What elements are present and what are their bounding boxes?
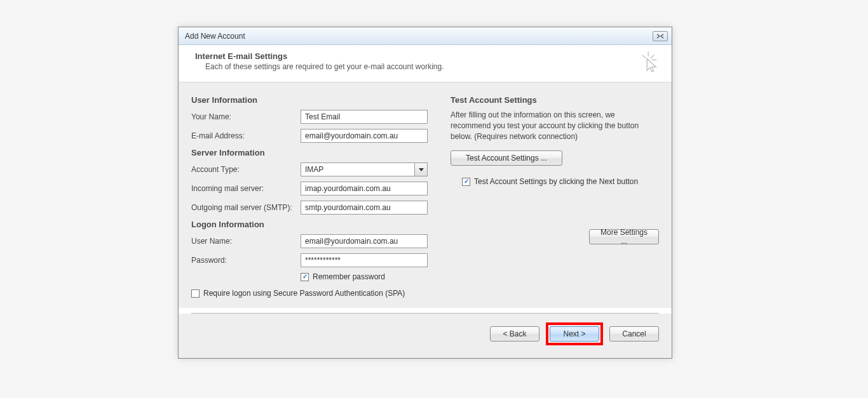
remember-password-checkbox[interactable] — [301, 273, 309, 281]
email-input[interactable] — [301, 129, 428, 143]
left-column: User Information Your Name: E-mail Addre… — [191, 91, 444, 302]
chevron-down-icon — [414, 163, 427, 176]
user-info-heading: User Information — [191, 95, 444, 105]
cancel-button[interactable]: Cancel — [609, 326, 659, 342]
header-title: Internet E-mail Settings — [195, 51, 444, 61]
test-account-button[interactable]: Test Account Settings ... — [451, 150, 562, 166]
password-label: Password: — [191, 256, 301, 265]
svg-line-1 — [642, 55, 646, 58]
header-subtitle: Each of these settings are required to g… — [205, 62, 444, 71]
account-type-value: IMAP — [301, 165, 323, 174]
your-name-label: Your Name: — [191, 112, 301, 121]
account-type-label: Account Type: — [191, 165, 301, 174]
back-button[interactable]: < Back — [490, 326, 539, 342]
account-type-select[interactable]: IMAP — [301, 163, 428, 176]
test-on-next-label: Test Account Settings by clicking the Ne… — [474, 177, 638, 186]
incoming-server-input[interactable] — [301, 182, 428, 196]
require-spa-checkbox[interactable] — [191, 289, 200, 298]
test-on-next-checkbox[interactable] — [462, 178, 470, 186]
outgoing-server-input[interactable] — [301, 201, 428, 215]
remember-password-label: Remember password — [313, 272, 385, 281]
incoming-label: Incoming mail server: — [191, 184, 301, 193]
your-name-input[interactable] — [301, 110, 428, 124]
cursor-sparkle-icon — [640, 51, 659, 73]
close-button[interactable] — [653, 31, 668, 41]
outgoing-label: Outgoing mail server (SMTP): — [191, 203, 301, 212]
body-pane: User Information Your Name: E-mail Addre… — [179, 83, 672, 308]
require-spa-label: Require logon using Secure Password Auth… — [203, 289, 405, 298]
user-name-label: User Name: — [191, 237, 301, 246]
server-info-heading: Server Information — [191, 148, 444, 157]
user-name-input[interactable] — [301, 234, 428, 248]
close-icon — [656, 34, 664, 39]
more-settings-button[interactable]: More Settings ... — [589, 229, 659, 244]
titlebar: Add New Account — [179, 27, 672, 45]
next-button[interactable]: Next > — [550, 326, 599, 342]
password-input[interactable] — [301, 253, 428, 267]
svg-line-2 — [651, 55, 654, 58]
add-account-dialog: Add New Account Internet E-mail Settings… — [178, 27, 672, 359]
logon-info-heading: Logon Information — [191, 220, 444, 229]
email-label: E-mail Address: — [191, 131, 301, 140]
test-description: After filling out the information on thi… — [451, 110, 654, 142]
footer: < Back Next > Cancel — [179, 314, 672, 358]
next-button-highlight: Next > — [546, 322, 603, 345]
dialog-title: Add New Account — [185, 32, 245, 41]
header-pane: Internet E-mail Settings Each of these s… — [179, 45, 672, 83]
test-heading: Test Account Settings — [451, 95, 659, 105]
right-column: Test Account Settings After filling out … — [451, 91, 659, 302]
